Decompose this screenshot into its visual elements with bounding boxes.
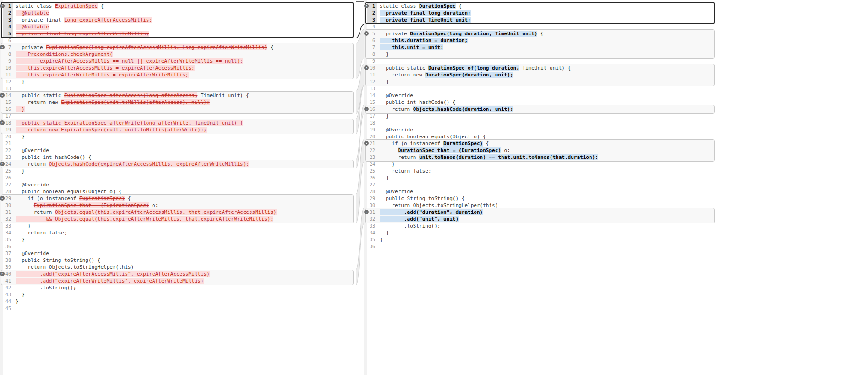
code-line[interactable]: private ExpirationSpec(Long expireAfterA… <box>13 44 356 51</box>
code-line[interactable]: public static DurationSpec of(long durat… <box>377 65 717 71</box>
code-line[interactable]: } <box>13 133 356 140</box>
code-line[interactable]: return Objects.equal(this.expireAfterAcc… <box>13 209 356 216</box>
code-line[interactable]: @Override <box>13 250 356 257</box>
code-line[interactable]: if (o instanceof ExpirationSpec) { <box>13 195 356 202</box>
code-line[interactable]: private final Long expireAfterWriteMilli… <box>13 30 356 37</box>
code-line[interactable]: .add("expireAfterAccessMillis", expireAf… <box>13 271 356 277</box>
code-line[interactable]: DurationSpec that = (DurationSpec) o; <box>377 147 717 154</box>
line-number: 2 <box>3 10 13 16</box>
code-line[interactable]: public static ExpirationSpec afterAccess… <box>13 92 356 99</box>
code-line[interactable]: static class ExpirationSpec { <box>13 3 356 10</box>
code-line[interactable]: public boolean equals(Object o) { <box>13 188 356 195</box>
hunk-toggle-icon[interactable]: ◂ <box>364 210 369 214</box>
code-line[interactable]: @Override <box>13 181 356 188</box>
code-line[interactable] <box>13 243 356 250</box>
code-line[interactable]: @Nullable <box>13 23 356 30</box>
code-line[interactable]: public String toString() { <box>377 195 717 202</box>
code-line[interactable]: return Objects.hashCode(expireAfterAcces… <box>13 161 356 168</box>
hunk-toggle-icon[interactable]: ▸ <box>0 45 5 49</box>
hunk-toggle-icon[interactable]: ▸ <box>0 162 5 166</box>
code-line[interactable]: return Objects.hashCode(duration, unit); <box>377 106 717 113</box>
code-line[interactable]: .add("duration", duration) <box>377 209 717 216</box>
code-line[interactable]: private DurationSpec(long duration, Time… <box>377 30 717 37</box>
code-line[interactable] <box>13 37 356 44</box>
code-line[interactable] <box>13 305 356 312</box>
code-line[interactable]: } <box>377 236 717 243</box>
code-line[interactable]: ExpirationSpec that = (ExpirationSpec) o… <box>13 202 356 209</box>
code-line[interactable]: } <box>13 223 356 229</box>
code-line[interactable] <box>377 181 717 188</box>
code-line[interactable]: } <box>377 51 717 58</box>
code-line[interactable]: return Objects.toStringHelper(this) <box>13 264 356 271</box>
code-line[interactable]: .add("expireAfterWriteMillis", expireAft… <box>13 277 356 284</box>
code-line[interactable]: } <box>13 291 356 298</box>
code-line[interactable]: return new DurationSpec(duration, unit); <box>377 71 717 78</box>
code-line[interactable]: } <box>13 168 356 174</box>
code-line[interactable]: } <box>377 78 717 85</box>
code-line[interactable]: public int hashCode() { <box>377 99 717 106</box>
code-line[interactable]: } <box>377 113 717 120</box>
code-line[interactable]: } <box>13 106 356 113</box>
code-line[interactable] <box>13 85 356 92</box>
hunk-toggle-icon[interactable]: ◂ <box>364 141 369 146</box>
hunk-toggle-icon[interactable]: ▸ <box>0 120 5 125</box>
code-line[interactable] <box>377 58 717 65</box>
code-line[interactable] <box>377 243 717 250</box>
code-line[interactable]: .add("unit", unit) <box>377 216 717 223</box>
code-line[interactable]: @Override <box>377 188 717 195</box>
code-line[interactable]: .toString(); <box>13 284 356 291</box>
code-line[interactable]: expireAfterAccessMillis == null || expir… <box>13 58 356 65</box>
code-line[interactable]: } <box>377 174 717 181</box>
code-line[interactable]: private final long duration; <box>377 10 717 16</box>
hunk-toggle-icon[interactable]: ◂ <box>364 4 369 8</box>
code-line[interactable]: @Override <box>13 147 356 154</box>
old-code-column[interactable]: static class ExpirationSpec { @Nullable … <box>13 3 356 312</box>
code-line[interactable] <box>377 23 717 30</box>
hunk-toggle-icon[interactable]: ▸ <box>0 272 5 276</box>
hunk-toggle-icon[interactable]: ◂ <box>364 31 369 36</box>
line-number: 30 <box>3 202 13 209</box>
code-line[interactable]: public int hashCode() { <box>13 154 356 161</box>
code-line[interactable]: @Override <box>377 92 717 99</box>
code-line[interactable]: @Nullable <box>13 10 356 16</box>
code-line[interactable]: static class DurationSpec { <box>377 3 717 10</box>
code-line[interactable]: .toString(); <box>377 223 717 229</box>
code-line[interactable]: this.expireAfterWriteMillis = expireAfte… <box>13 71 356 78</box>
new-code-column[interactable]: static class DurationSpec { private fina… <box>377 3 717 250</box>
code-line[interactable]: this.duration = duration; <box>377 37 717 44</box>
code-line[interactable]: } <box>377 161 717 168</box>
code-line[interactable] <box>13 113 356 120</box>
old-file-pane[interactable]: 1234567891011121314151617181920212223242… <box>0 0 356 375</box>
code-line[interactable]: private final TimeUnit unit; <box>377 16 717 23</box>
code-line[interactable] <box>377 85 717 92</box>
code-line[interactable]: public boolean equals(Object o) { <box>377 133 717 140</box>
code-line[interactable]: public String toString() { <box>13 257 356 264</box>
hunk-toggle-icon[interactable]: ▸ <box>0 93 5 98</box>
new-file-pane[interactable]: 1234567891011121314151617181920212223242… <box>364 0 717 375</box>
code-line[interactable]: && Objects.equal(this.expireAfterWriteMi… <box>13 216 356 223</box>
code-line[interactable]: return false; <box>377 168 717 174</box>
code-line[interactable]: return new ExpirationSpec(null, unit.toM… <box>13 126 356 133</box>
hunk-toggle-icon[interactable]: ▸ <box>0 4 5 8</box>
code-line[interactable]: return Objects.toStringHelper(this) <box>377 202 717 209</box>
code-line[interactable] <box>13 140 356 147</box>
code-line[interactable]: @Override <box>377 126 717 133</box>
code-line[interactable]: return new ExpirationSpec(unit.toMillis(… <box>13 99 356 106</box>
code-line[interactable]: private final Long expireAfterAccessMill… <box>13 16 356 23</box>
code-line[interactable]: } <box>377 229 717 236</box>
code-line[interactable]: this.unit = unit; <box>377 44 717 51</box>
hunk-toggle-icon[interactable]: ▸ <box>0 196 5 201</box>
code-line[interactable] <box>13 174 356 181</box>
hunk-toggle-icon[interactable]: ◂ <box>364 65 369 70</box>
code-line[interactable] <box>377 120 717 126</box>
code-line[interactable]: if (o instanceof DurationSpec) { <box>377 140 717 147</box>
hunk-toggle-icon[interactable]: ◂ <box>364 107 369 111</box>
code-line[interactable]: } <box>13 78 356 85</box>
code-line[interactable]: public static ExpirationSpec afterWrite(… <box>13 120 356 126</box>
code-line[interactable]: return false; <box>13 229 356 236</box>
code-line[interactable]: Preconditions.checkArgument( <box>13 51 356 58</box>
code-line[interactable]: this.expireAfterAccessMillis = expireAft… <box>13 65 356 71</box>
code-line[interactable]: return unit.toNanos(duration) == that.un… <box>377 154 717 161</box>
code-line[interactable]: } <box>13 236 356 243</box>
code-line[interactable]: } <box>13 298 356 305</box>
